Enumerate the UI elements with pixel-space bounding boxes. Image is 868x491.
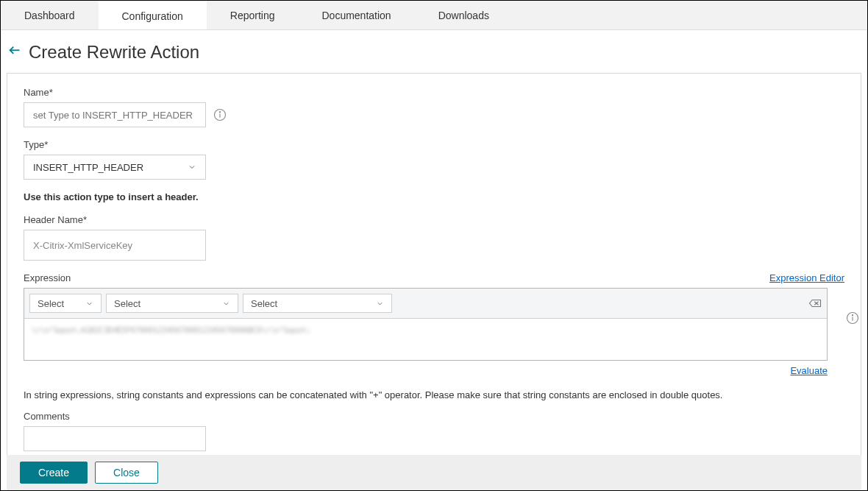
expression-hint: In string expressions, string constants … (24, 389, 844, 400)
comments-input[interactable] (24, 426, 206, 451)
tab-configuration[interactable]: Configuration (99, 1, 207, 29)
expression-select-3[interactable]: Select (243, 294, 392, 313)
main-tabbar: Dashboard Configuration Reporting Docume… (1, 1, 867, 30)
expression-content: \r\n"&quot;A1B2C3D4E5F678901234567890123… (32, 325, 311, 335)
comments-label: Comments (24, 411, 844, 422)
type-help-text: Use this action type to insert a header. (24, 191, 844, 202)
header-name-input[interactable] (24, 230, 206, 261)
type-label: Type* (24, 139, 844, 150)
expression-select-2[interactable]: Select (106, 294, 238, 313)
svg-point-2 (219, 112, 220, 113)
type-select-value: INSERT_HTTP_HEADER (33, 162, 143, 173)
close-button[interactable]: Close (95, 462, 158, 484)
expression-editor-link[interactable]: Expression Editor (769, 272, 844, 283)
back-arrow-icon[interactable] (7, 43, 24, 61)
name-input[interactable] (24, 102, 206, 127)
header-name-label: Header Name* (24, 214, 844, 225)
form-container: Name* Type* INSERT_HTTP_HEADER Use this … (7, 73, 861, 464)
create-button[interactable]: Create (20, 462, 88, 484)
svg-point-7 (852, 315, 853, 316)
evaluate-link[interactable]: Evaluate (790, 365, 828, 376)
chevron-down-icon (188, 163, 196, 172)
expression-toolbar: Select Select Select (24, 289, 827, 319)
page-header: Create Rewrite Action (1, 30, 867, 73)
clear-expression-icon[interactable] (808, 298, 822, 308)
tab-reporting[interactable]: Reporting (207, 1, 299, 29)
page-title: Create Rewrite Action (29, 42, 199, 63)
footer-bar: Create Close (7, 455, 861, 490)
info-icon-side[interactable] (846, 311, 859, 325)
tab-downloads[interactable]: Downloads (415, 1, 513, 29)
tab-documentation[interactable]: Documentation (298, 1, 414, 29)
expression-label: Expression (24, 272, 71, 283)
expression-select-1[interactable]: Select (29, 294, 102, 313)
tab-dashboard[interactable]: Dashboard (1, 1, 99, 29)
name-label: Name* (24, 87, 844, 98)
info-icon[interactable] (213, 108, 227, 121)
expression-box: Select Select Select \r\n"&quot;A1B2C3D4… (24, 288, 828, 361)
type-select[interactable]: INSERT_HTTP_HEADER (24, 155, 206, 180)
expression-textarea[interactable]: \r\n"&quot;A1B2C3D4E5F678901234567890123… (24, 319, 827, 360)
